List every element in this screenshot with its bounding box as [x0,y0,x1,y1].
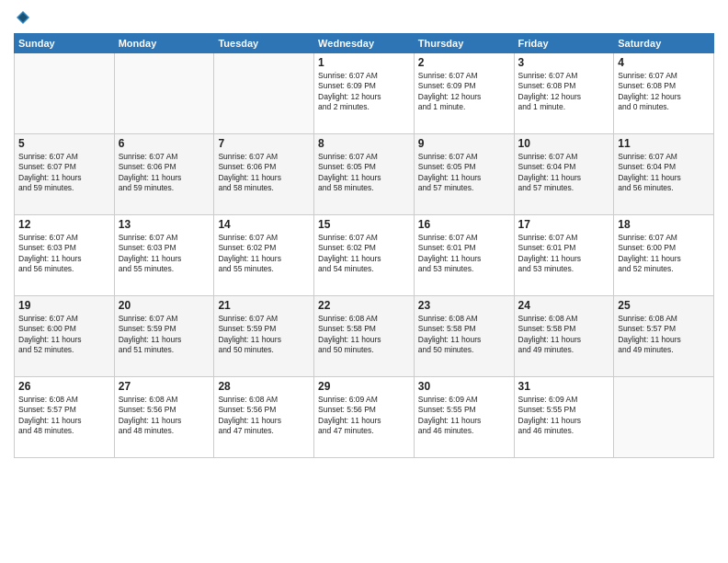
day-number: 17 [518,218,610,231]
day-number: 14 [218,218,310,231]
day-number: 22 [318,299,410,312]
calendar-week-row: 5Sunrise: 6:07 AM Sunset: 6:07 PM Daylig… [15,134,714,215]
day-number: 9 [418,137,510,150]
weekday-header: Tuesday [214,34,314,53]
day-number: 12 [18,218,110,231]
day-number: 25 [618,299,710,312]
day-info: Sunrise: 6:07 AM Sunset: 6:09 PM Dayligh… [318,71,410,113]
day-info: Sunrise: 6:07 AM Sunset: 6:08 PM Dayligh… [518,71,610,113]
calendar-day-cell: 11Sunrise: 6:07 AM Sunset: 6:04 PM Dayli… [614,134,714,215]
calendar-day-cell: 28Sunrise: 6:08 AM Sunset: 5:56 PM Dayli… [214,377,314,458]
day-info: Sunrise: 6:07 AM Sunset: 5:59 PM Dayligh… [218,314,310,356]
calendar-day-cell: 5Sunrise: 6:07 AM Sunset: 6:07 PM Daylig… [15,134,115,215]
calendar-day-cell: 24Sunrise: 6:08 AM Sunset: 5:58 PM Dayli… [514,296,614,377]
weekday-header: Friday [514,34,614,53]
day-number: 26 [18,380,110,393]
day-number: 30 [418,380,510,393]
day-info: Sunrise: 6:07 AM Sunset: 6:00 PM Dayligh… [18,314,110,356]
day-number: 21 [218,299,310,312]
day-number: 5 [18,137,110,150]
calendar-day-cell: 18Sunrise: 6:07 AM Sunset: 6:00 PM Dayli… [614,215,714,296]
day-info: Sunrise: 6:08 AM Sunset: 5:58 PM Dayligh… [418,314,510,356]
day-number: 13 [119,218,210,231]
calendar-day-cell: 2Sunrise: 6:07 AM Sunset: 6:09 PM Daylig… [414,53,514,134]
day-info: Sunrise: 6:09 AM Sunset: 5:55 PM Dayligh… [518,395,610,437]
day-info: Sunrise: 6:07 AM Sunset: 6:02 PM Dayligh… [318,233,410,275]
calendar-day-cell: 1Sunrise: 6:07 AM Sunset: 6:09 PM Daylig… [314,53,415,134]
day-number: 15 [318,218,410,231]
day-info: Sunrise: 6:07 AM Sunset: 6:03 PM Dayligh… [18,233,110,275]
day-number: 7 [218,137,310,150]
calendar-day-cell: 17Sunrise: 6:07 AM Sunset: 6:01 PM Dayli… [514,215,614,296]
calendar-day-cell: 14Sunrise: 6:07 AM Sunset: 6:02 PM Dayli… [214,215,314,296]
calendar-day-cell: 30Sunrise: 6:09 AM Sunset: 5:55 PM Dayli… [414,377,514,458]
day-number: 20 [119,299,210,312]
day-number: 10 [518,137,610,150]
day-info: Sunrise: 6:07 AM Sunset: 6:06 PM Dayligh… [119,152,210,194]
day-number: 27 [119,380,210,393]
day-info: Sunrise: 6:08 AM Sunset: 5:57 PM Dayligh… [618,314,710,356]
day-info: Sunrise: 6:07 AM Sunset: 6:02 PM Dayligh… [218,233,310,275]
calendar-day-cell [614,377,714,458]
calendar-day-cell: 26Sunrise: 6:08 AM Sunset: 5:57 PM Dayli… [15,377,115,458]
day-info: Sunrise: 6:07 AM Sunset: 6:09 PM Dayligh… [418,71,510,113]
day-info: Sunrise: 6:09 AM Sunset: 5:55 PM Dayligh… [418,395,510,437]
day-info: Sunrise: 6:07 AM Sunset: 6:01 PM Dayligh… [418,233,510,275]
calendar-day-cell: 31Sunrise: 6:09 AM Sunset: 5:55 PM Dayli… [514,377,614,458]
logo-icon [15,9,31,26]
calendar-day-cell: 9Sunrise: 6:07 AM Sunset: 6:05 PM Daylig… [414,134,514,215]
day-info: Sunrise: 6:07 AM Sunset: 6:03 PM Dayligh… [119,233,210,275]
calendar-table: SundayMondayTuesdayWednesdayThursdayFrid… [14,33,714,458]
day-info: Sunrise: 6:07 AM Sunset: 6:04 PM Dayligh… [518,152,610,194]
calendar-week-row: 12Sunrise: 6:07 AM Sunset: 6:03 PM Dayli… [15,215,714,296]
calendar-day-cell: 20Sunrise: 6:07 AM Sunset: 5:59 PM Dayli… [114,296,214,377]
calendar-day-cell [114,53,214,134]
day-number: 11 [618,137,710,150]
day-number: 2 [418,56,510,69]
calendar-day-cell: 13Sunrise: 6:07 AM Sunset: 6:03 PM Dayli… [114,215,214,296]
calendar-week-row: 1Sunrise: 6:07 AM Sunset: 6:09 PM Daylig… [15,53,714,134]
day-info: Sunrise: 6:07 AM Sunset: 5:59 PM Dayligh… [119,314,210,356]
calendar-day-cell: 25Sunrise: 6:08 AM Sunset: 5:57 PM Dayli… [614,296,714,377]
calendar-day-cell [214,53,314,134]
calendar-day-cell: 8Sunrise: 6:07 AM Sunset: 6:05 PM Daylig… [314,134,415,215]
day-number: 31 [518,380,610,393]
day-info: Sunrise: 6:08 AM Sunset: 5:58 PM Dayligh… [518,314,610,356]
calendar-day-cell: 27Sunrise: 6:08 AM Sunset: 5:56 PM Dayli… [114,377,214,458]
weekday-header: Monday [114,34,214,53]
weekday-header: Sunday [15,34,115,53]
day-number: 19 [18,299,110,312]
day-info: Sunrise: 6:08 AM Sunset: 5:58 PM Dayligh… [318,314,410,356]
day-info: Sunrise: 6:07 AM Sunset: 6:05 PM Dayligh… [318,152,410,194]
calendar-day-cell [15,53,115,134]
weekday-header: Saturday [614,34,714,53]
day-info: Sunrise: 6:07 AM Sunset: 6:07 PM Dayligh… [18,152,110,194]
calendar-week-row: 19Sunrise: 6:07 AM Sunset: 6:00 PM Dayli… [15,296,714,377]
calendar-day-cell: 7Sunrise: 6:07 AM Sunset: 6:06 PM Daylig… [214,134,314,215]
day-number: 18 [618,218,710,231]
day-number: 28 [218,380,310,393]
day-number: 29 [318,380,410,393]
calendar-day-cell: 12Sunrise: 6:07 AM Sunset: 6:03 PM Dayli… [15,215,115,296]
day-info: Sunrise: 6:09 AM Sunset: 5:56 PM Dayligh… [318,395,410,437]
day-number: 6 [119,137,210,150]
day-info: Sunrise: 6:07 AM Sunset: 6:08 PM Dayligh… [618,71,710,113]
calendar-day-cell: 19Sunrise: 6:07 AM Sunset: 6:00 PM Dayli… [15,296,115,377]
day-info: Sunrise: 6:08 AM Sunset: 5:56 PM Dayligh… [119,395,210,437]
day-info: Sunrise: 6:07 AM Sunset: 6:06 PM Dayligh… [218,152,310,194]
day-number: 23 [418,299,510,312]
page-header [14,9,714,26]
calendar-day-cell: 29Sunrise: 6:09 AM Sunset: 5:56 PM Dayli… [314,377,415,458]
calendar-day-cell: 6Sunrise: 6:07 AM Sunset: 6:06 PM Daylig… [114,134,214,215]
day-number: 8 [318,137,410,150]
day-number: 1 [318,56,410,69]
calendar-day-cell: 16Sunrise: 6:07 AM Sunset: 6:01 PM Dayli… [414,215,514,296]
calendar-day-cell: 3Sunrise: 6:07 AM Sunset: 6:08 PM Daylig… [514,53,614,134]
calendar-day-cell: 23Sunrise: 6:08 AM Sunset: 5:58 PM Dayli… [414,296,514,377]
day-number: 4 [618,56,710,69]
day-number: 24 [518,299,610,312]
day-info: Sunrise: 6:08 AM Sunset: 5:57 PM Dayligh… [18,395,110,437]
calendar-day-cell: 22Sunrise: 6:08 AM Sunset: 5:58 PM Dayli… [314,296,415,377]
day-info: Sunrise: 6:07 AM Sunset: 6:05 PM Dayligh… [418,152,510,194]
day-info: Sunrise: 6:07 AM Sunset: 6:01 PM Dayligh… [518,233,610,275]
